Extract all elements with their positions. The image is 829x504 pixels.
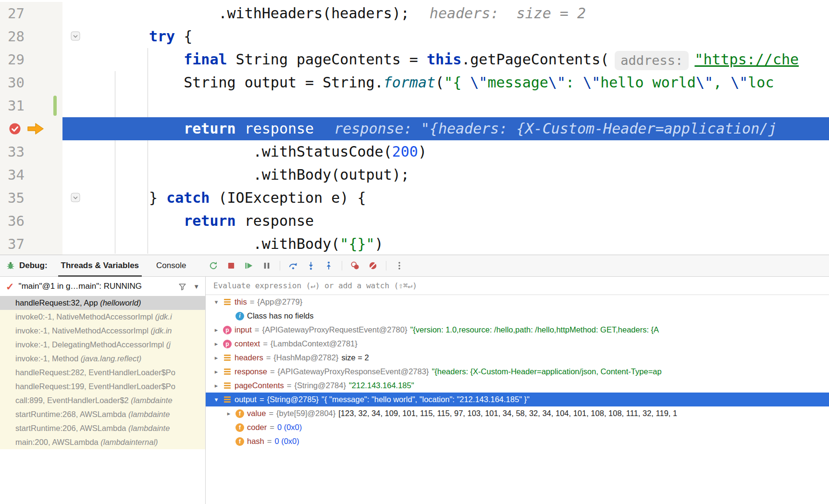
- variable-row[interactable]: ▾this = {App@2779}: [206, 295, 829, 309]
- frame-row[interactable]: call:899, EventHandlerLoader$2 (lambdain…: [0, 393, 205, 407]
- expand-chevron[interactable]: ▾: [212, 298, 220, 306]
- pause-icon: [262, 261, 272, 270]
- expand-chevron[interactable]: ▸: [212, 354, 220, 361]
- code-text: try {: [62, 25, 829, 48]
- step-out-button[interactable]: [321, 258, 337, 274]
- editor-gutter[interactable]: 34: [0, 163, 62, 186]
- editor-gutter[interactable]: 35: [0, 186, 62, 209]
- code-line[interactable]: 33 .withStatusCode(200): [0, 140, 829, 163]
- debug-body: ✓ "main"@1 in g…main": RUNNING ▼ handleR…: [0, 277, 829, 504]
- code-line[interactable]: 35} catch (IOException e) {: [0, 186, 829, 209]
- code-line[interactable]: 28try {: [0, 25, 829, 48]
- code-line[interactable]: 27 .withHeaders(headers);headers: size =…: [0, 2, 829, 25]
- stop-icon: [226, 261, 236, 270]
- fold-icon[interactable]: [70, 192, 81, 203]
- frame-row[interactable]: handleRequest:199, EventHandlerLoader$Po: [0, 380, 205, 393]
- rerun-button[interactable]: [205, 258, 222, 274]
- code-line[interactable]: 34 .withBody(output);: [0, 163, 829, 186]
- editor-lines: 27 .withHeaders(headers);headers: size =…: [0, 0, 829, 255]
- debug-header: Debug: Threads & VariablesConsole: [0, 255, 829, 277]
- line-number: 27: [0, 5, 25, 22]
- code-line[interactable]: 29 final String pageContents = this.getP…: [0, 48, 829, 71]
- field-icon: f: [235, 437, 244, 446]
- variable-row[interactable]: ▸headers = {HashMap@2782} size = 2: [206, 351, 829, 365]
- tab-threads-variables[interactable]: Threads & Variables: [52, 255, 148, 276]
- editor-gutter[interactable]: 30: [0, 71, 62, 94]
- variable-row[interactable]: ▸fcoder = 0 (0x0): [206, 420, 829, 434]
- ide-debugger-window: { "colors": { "execution_line": "#2E66C9…: [0, 0, 829, 504]
- parameter-icon: p: [223, 340, 232, 348]
- variable-icon: [223, 354, 232, 362]
- code-line[interactable]: 31: [0, 94, 829, 117]
- editor-gutter[interactable]: [0, 117, 62, 140]
- frame-row[interactable]: main:200, AWSLambda (lambdainternal): [0, 435, 205, 449]
- code-editor: 27 .withHeaders(headers);headers: size =…: [0, 0, 829, 255]
- resume-icon: [244, 261, 254, 270]
- code-text: .withBody(output);: [62, 163, 829, 186]
- line-number: 30: [0, 74, 25, 91]
- editor-gutter[interactable]: 36: [0, 209, 62, 233]
- code-text: String output = String.format("{ \"messa…: [62, 71, 829, 94]
- variable-row[interactable]: ▸pcontext = {LambdaContext@2781}: [206, 337, 829, 351]
- variable-row[interactable]: ▸response = {APIGatewayProxyResponseEven…: [206, 365, 829, 379]
- line-number: 35: [0, 190, 25, 206]
- expand-chevron[interactable]: ▸: [212, 340, 220, 347]
- step-into-button[interactable]: [303, 258, 319, 274]
- frame-row[interactable]: invoke:-1, DelegatingMethodAccessorImpl …: [0, 338, 205, 352]
- code-text: } catch (IOException e) {: [62, 186, 829, 209]
- filter-funnel-icon[interactable]: [178, 282, 187, 291]
- stop-button[interactable]: [223, 258, 239, 274]
- frame-row[interactable]: invoke0:-1, NativeMethodAccessorImpl (jd…: [0, 310, 205, 324]
- editor-gutter[interactable]: 37: [0, 233, 62, 255]
- code-line[interactable]: 36 return response: [0, 209, 829, 233]
- mute-breakpoints-button[interactable]: [365, 258, 381, 274]
- variable-icon: [223, 298, 232, 307]
- code-text: [62, 94, 829, 117]
- frame-row[interactable]: handleRequest:32, App (helloworld): [0, 296, 205, 310]
- step-over-button[interactable]: [285, 258, 301, 274]
- code-line[interactable]: 30 String output = String.format("{ \"me…: [0, 71, 829, 94]
- variable-row[interactable]: ▸pageContents = {String@2784} "212.143.1…: [206, 379, 829, 393]
- toolbar-separator: [280, 261, 280, 270]
- variable-row[interactable]: ▸fhash = 0 (0x0): [206, 434, 829, 448]
- expand-chevron[interactable]: ▸: [212, 382, 220, 389]
- frame-row[interactable]: invoke:-1, NativeMethodAccessorImpl (jdk…: [0, 324, 205, 338]
- thread-selector[interactable]: ✓ "main"@1 in g…main": RUNNING ▼: [0, 277, 205, 296]
- editor-gutter[interactable]: 29: [0, 48, 62, 71]
- code-line[interactable]: 37 .withBody("{}"): [0, 233, 829, 255]
- resume-button[interactable]: [241, 258, 257, 274]
- variable-row[interactable]: ▾output = {String@2785} "{ "message": "h…: [206, 393, 829, 406]
- variable-icon: [223, 381, 232, 390]
- variable-row[interactable]: ▸iClass has no fields: [206, 309, 829, 323]
- breakpoint-icon[interactable]: [8, 122, 22, 138]
- code-text: .withHeaders(headers);headers: size = 2: [62, 2, 829, 25]
- frame-row[interactable]: startRuntime:268, AWSLambda (lambdainte: [0, 407, 205, 421]
- expand-chevron[interactable]: ▸: [212, 326, 220, 333]
- code-line[interactable]: return responseresponse: "{headers: {X-C…: [0, 117, 829, 140]
- parameter-icon: p: [223, 326, 232, 334]
- expand-chevron[interactable]: ▸: [212, 368, 220, 375]
- chevron-down-icon[interactable]: ▼: [193, 283, 199, 290]
- variables-pane: Evaluate expression (↵) or add a watch (…: [206, 277, 829, 504]
- code-text: return responseresponse: "{headers: {X-C…: [62, 117, 829, 140]
- editor-gutter[interactable]: 31: [0, 94, 62, 117]
- variable-row[interactable]: ▸pinput = {APIGatewayProxyRequestEvent@2…: [206, 323, 829, 337]
- more-button[interactable]: [391, 258, 408, 274]
- evaluate-expression-input[interactable]: Evaluate expression (↵) or add a watch (…: [206, 277, 829, 295]
- frame-row[interactable]: handleRequest:282, EventHandlerLoader$Po: [0, 366, 205, 380]
- tab-console[interactable]: Console: [148, 255, 195, 276]
- pause-button[interactable]: [259, 258, 275, 274]
- editor-gutter[interactable]: 27: [0, 2, 62, 25]
- expand-chevron[interactable]: ▸: [225, 410, 233, 417]
- frame-row[interactable]: invoke:-1, Method (java.lang.reflect): [0, 352, 205, 366]
- variable-icon: [223, 368, 232, 376]
- frame-row[interactable]: startRuntime:206, AWSLambda (lambdainte: [0, 421, 205, 435]
- variable-row[interactable]: ▸fvalue = {byte[59]@2804} [123, 32, 34, …: [206, 406, 829, 420]
- fold-icon[interactable]: [70, 31, 81, 41]
- line-number: 37: [0, 236, 25, 252]
- editor-gutter[interactable]: 33: [0, 140, 62, 163]
- expand-chevron[interactable]: ▾: [212, 396, 220, 403]
- view-breakpoints-button[interactable]: [347, 258, 363, 274]
- toolbar-separator: [342, 261, 342, 270]
- editor-gutter[interactable]: 28: [0, 25, 62, 48]
